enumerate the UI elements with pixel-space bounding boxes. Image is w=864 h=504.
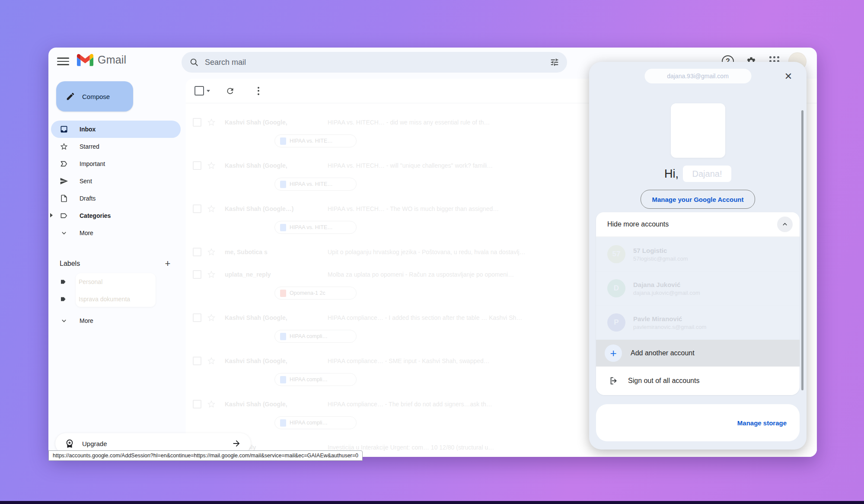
star-icon [60,142,68,151]
account-avatar: 57 [607,245,625,263]
sidebar-item-label: More [80,230,93,236]
main-menu-icon[interactable] [57,55,69,67]
row-checkbox[interactable] [193,204,201,213]
row-checkbox[interactable] [193,357,201,365]
select-dropdown-icon[interactable] [207,90,210,92]
document-icon [280,181,286,188]
account-switcher-panel: dajana.93i@gmail.com ✕ Hi, Dajana! Manag… [589,62,807,450]
email-sender: Kashvi Shah (Google, [225,119,328,126]
attachment-chip[interactable]: HIPAA compli… [274,416,357,429]
attachment-chip[interactable]: HIPAA compli… [274,373,357,386]
row-star-icon[interactable] [207,118,215,126]
row-star-icon[interactable] [207,400,215,408]
account-list-item[interactable]: 57 57 Logistic 57logistic@gmail.com [596,237,800,271]
row-star-icon[interactable] [207,357,215,365]
premium-badge-icon [65,439,74,448]
expand-arrow-icon[interactable] [50,213,53,217]
more-options-icon[interactable] [250,82,267,99]
attachment-chip[interactable]: HIPAA vs. HITE… [274,221,357,234]
manage-google-account-button[interactable]: Manage your Google Account [641,190,756,209]
panel-scrollbar[interactable] [801,110,803,390]
email-subject: Investicija u Interakcije Urgent: com… 1… [328,444,613,451]
screen-bottom-edge [0,501,864,504]
row-star-icon[interactable] [207,205,215,213]
sidebar-item-categories[interactable]: Categories [51,207,181,224]
avatar-initial: P [614,318,619,327]
row-checkbox[interactable] [193,400,201,408]
sidebar-label-item[interactable]: Personal [48,273,186,290]
sidebar-item-starred[interactable]: Starred [51,138,181,155]
sidebar-item-label: Important [80,160,105,167]
attachment-name: HIPAA compli… [290,376,328,383]
arrow-right-icon[interactable] [232,439,241,448]
email-subject: HIPAA vs. HITECH… - The WO is much bigge… [328,205,613,212]
label-text: Isprava dokumenta [79,296,130,303]
sidebar-item-more[interactable]: More [51,224,181,242]
add-another-account-button[interactable]: + Add another account [596,340,800,367]
account-list-item[interactable]: P Pavle Miranović pavlemiranovic.s@gmail… [596,306,800,340]
sidebar-labels-more[interactable]: More [51,312,181,329]
email-sender: me, Subotica s [225,249,328,255]
row-checkbox[interactable] [193,248,201,256]
email-subject: Molba za uplata po opomeni - Račun za us… [328,271,613,278]
chevron-up-icon[interactable] [777,217,793,232]
attachment-chip[interactable]: HIPAA vs. HITE… [274,178,357,191]
row-checkbox[interactable] [193,313,201,322]
row-checkbox[interactable] [193,161,201,170]
attachment-chip[interactable]: HIPAA compli… [274,330,357,343]
close-icon[interactable]: ✕ [781,70,795,83]
add-account-label: Add another account [631,349,695,357]
account-email: 57logistic@gmail.com [633,255,688,262]
search-filter-icon[interactable] [545,52,564,72]
attachment-name: HIPAA compli… [290,420,328,426]
row-star-icon[interactable] [207,314,215,322]
email-subject: HIPAA vs. HITECH… - did we miss any esse… [328,119,613,126]
sidebar-item-drafts[interactable]: Drafts [51,190,181,207]
create-label-icon[interactable]: + [161,257,175,271]
compose-button[interactable]: Compose [56,81,133,112]
sidebar-item-sent[interactable]: Sent [51,172,181,190]
label-tag-icon [60,295,67,303]
hide-accounts-label: Hide more accounts [607,220,669,228]
row-star-icon[interactable] [207,271,215,278]
chevron-down-icon [60,229,68,237]
sign-out-all-button[interactable]: Sign out of all accounts [596,367,800,395]
email-subject: HIPAA compliance… - I added this section… [328,314,613,321]
sidebar-item-label: Categories [80,212,111,219]
compose-label: Compose [82,93,110,100]
email-sender: uplata_ne_reply [225,271,328,278]
sidebar-item-label: Drafts [80,195,96,202]
search-bar[interactable] [182,52,567,73]
labels-title: Labels [60,260,80,268]
row-checkbox[interactable] [193,118,201,127]
row-checkbox[interactable] [193,270,201,279]
sidebar-item-important[interactable]: Important [51,155,181,172]
attachment-chip[interactable]: HIPAA vs. HITE… [274,134,357,147]
attachment-name: Opomena-1 2c [290,290,325,296]
row-star-icon[interactable] [207,162,215,169]
categories-tag-icon [60,211,68,220]
document-icon [280,224,286,231]
labels-more-row: More [48,312,186,329]
account-avatar[interactable] [671,103,725,158]
account-list-item[interactable]: D Dajana Juković dajana.jukovic@gmail.co… [596,271,800,306]
document-icon [280,376,286,383]
hide-more-accounts-toggle[interactable]: Hide more accounts [596,212,800,237]
account-avatar: D [607,279,625,297]
sidebar-item-label: Sent [80,178,92,185]
manage-storage-link[interactable]: Manage storage [737,419,787,427]
email-subject: HIPAA compliance… - SME input - Kashvi S… [328,357,613,364]
pencil-icon [66,92,75,101]
pdf-icon [280,290,286,297]
sidebar-item-inbox[interactable]: Inbox [51,121,181,138]
attachment-chip[interactable]: Opomena-1 2c [274,287,357,300]
sidebar: Compose Inbox Starred Important Sent [48,75,186,457]
sidebar-label-item[interactable]: Isprava dokumenta [48,290,186,308]
search-input[interactable] [204,57,545,67]
attachment-name: HIPAA compli… [290,333,328,339]
search-icon[interactable] [184,52,204,72]
select-all-checkbox[interactable] [194,86,210,96]
sign-out-icon [609,376,619,386]
row-star-icon[interactable] [207,248,215,256]
refresh-icon[interactable] [221,82,239,99]
